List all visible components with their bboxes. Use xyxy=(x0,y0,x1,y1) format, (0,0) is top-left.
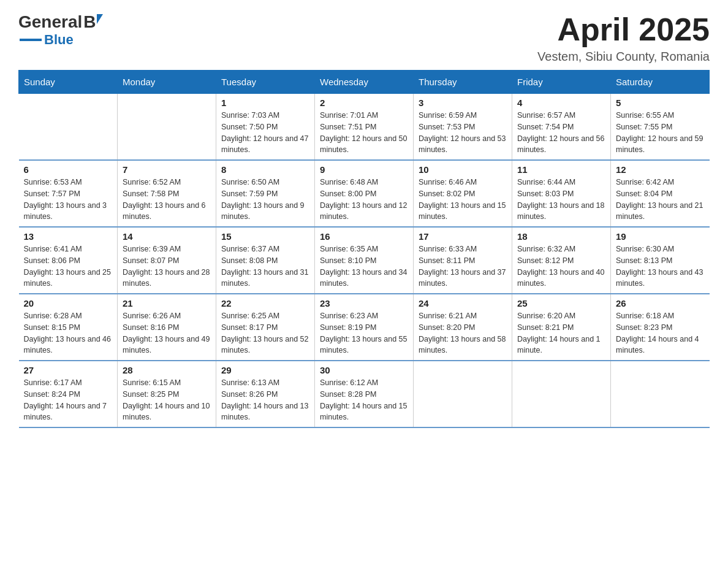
logo-line: Blue xyxy=(20,32,74,48)
day-number: 25 xyxy=(517,298,605,308)
calendar-week-1: 1Sunrise: 7:03 AMSunset: 7:50 PMDaylight… xyxy=(19,94,710,161)
calendar-cell: 3Sunrise: 6:59 AMSunset: 7:53 PMDaylight… xyxy=(414,94,512,161)
calendar-cell: 12Sunrise: 6:42 AMSunset: 8:04 PMDayligh… xyxy=(611,160,710,227)
day-number: 16 xyxy=(320,231,408,242)
calendar-cell: 7Sunrise: 6:52 AMSunset: 7:58 PMDaylight… xyxy=(118,160,216,227)
day-number: 4 xyxy=(517,98,605,108)
day-info: Sunrise: 6:32 AMSunset: 8:12 PMDaylight:… xyxy=(517,243,605,289)
day-info: Sunrise: 6:42 AMSunset: 8:04 PMDaylight:… xyxy=(616,177,705,223)
logo-blue-label: Blue xyxy=(44,32,74,48)
day-info: Sunrise: 6:18 AMSunset: 8:23 PMDaylight:… xyxy=(616,310,705,356)
calendar-table: SundayMondayTuesdayWednesdayThursdayFrid… xyxy=(18,70,710,428)
calendar-header: SundayMondayTuesdayWednesdayThursdayFrid… xyxy=(19,71,710,94)
calendar-cell: 6Sunrise: 6:53 AMSunset: 7:57 PMDaylight… xyxy=(19,160,118,227)
day-number: 7 xyxy=(123,164,211,175)
day-info: Sunrise: 6:39 AMSunset: 8:07 PMDaylight:… xyxy=(123,243,211,289)
logo-b: B xyxy=(83,12,96,32)
day-number: 11 xyxy=(517,164,605,175)
day-number: 10 xyxy=(419,164,507,175)
day-number: 23 xyxy=(320,298,408,308)
calendar-cell: 23Sunrise: 6:23 AMSunset: 8:19 PMDayligh… xyxy=(315,294,414,361)
day-number: 14 xyxy=(123,231,211,242)
calendar-cell: 24Sunrise: 6:21 AMSunset: 8:20 PMDayligh… xyxy=(414,294,512,361)
day-number: 24 xyxy=(419,298,507,308)
day-number: 20 xyxy=(24,298,113,308)
day-info: Sunrise: 6:25 AMSunset: 8:17 PMDaylight:… xyxy=(221,310,309,356)
day-number: 9 xyxy=(320,164,408,175)
day-info: Sunrise: 6:28 AMSunset: 8:15 PMDaylight:… xyxy=(24,310,113,356)
calendar-cell: 27Sunrise: 6:17 AMSunset: 8:24 PMDayligh… xyxy=(19,361,118,427)
day-header-sunday: Sunday xyxy=(19,71,118,94)
logo-general: General xyxy=(18,12,82,32)
day-header-friday: Friday xyxy=(512,71,611,94)
day-number: 6 xyxy=(24,164,113,175)
day-info: Sunrise: 6:37 AMSunset: 8:08 PMDaylight:… xyxy=(221,243,309,289)
day-info: Sunrise: 6:48 AMSunset: 8:00 PMDaylight:… xyxy=(320,177,408,223)
day-info: Sunrise: 6:17 AMSunset: 8:24 PMDaylight:… xyxy=(24,377,113,423)
day-number: 30 xyxy=(320,365,408,375)
logo: General B Blue xyxy=(18,12,103,48)
day-number: 8 xyxy=(221,164,309,175)
day-info: Sunrise: 6:21 AMSunset: 8:20 PMDaylight:… xyxy=(419,310,507,356)
calendar-cell: 15Sunrise: 6:37 AMSunset: 8:08 PMDayligh… xyxy=(216,227,315,294)
day-info: Sunrise: 6:59 AMSunset: 7:53 PMDaylight:… xyxy=(419,110,507,156)
day-number: 2 xyxy=(320,98,408,108)
calendar-week-2: 6Sunrise: 6:53 AMSunset: 7:57 PMDaylight… xyxy=(19,160,710,227)
day-number: 12 xyxy=(616,164,705,175)
day-info: Sunrise: 6:52 AMSunset: 7:58 PMDaylight:… xyxy=(123,177,211,223)
calendar-cell: 16Sunrise: 6:35 AMSunset: 8:10 PMDayligh… xyxy=(315,227,414,294)
calendar-cell: 20Sunrise: 6:28 AMSunset: 8:15 PMDayligh… xyxy=(19,294,118,361)
day-number: 1 xyxy=(221,98,309,108)
day-info: Sunrise: 6:57 AMSunset: 7:54 PMDaylight:… xyxy=(517,110,605,156)
calendar-week-4: 20Sunrise: 6:28 AMSunset: 8:15 PMDayligh… xyxy=(19,294,710,361)
calendar-cell: 19Sunrise: 6:30 AMSunset: 8:13 PMDayligh… xyxy=(611,227,710,294)
calendar-body: 1Sunrise: 7:03 AMSunset: 7:50 PMDaylight… xyxy=(19,94,710,428)
calendar-cell: 4Sunrise: 6:57 AMSunset: 7:54 PMDaylight… xyxy=(512,94,611,161)
day-number: 15 xyxy=(221,231,309,242)
day-number: 13 xyxy=(24,231,113,242)
day-info: Sunrise: 6:13 AMSunset: 8:26 PMDaylight:… xyxy=(221,377,309,423)
day-info: Sunrise: 6:35 AMSunset: 8:10 PMDaylight:… xyxy=(320,243,408,289)
day-info: Sunrise: 6:53 AMSunset: 7:57 PMDaylight:… xyxy=(24,177,113,223)
day-header-tuesday: Tuesday xyxy=(216,71,315,94)
calendar-cell: 5Sunrise: 6:55 AMSunset: 7:55 PMDaylight… xyxy=(611,94,710,161)
calendar-cell: 11Sunrise: 6:44 AMSunset: 8:03 PMDayligh… xyxy=(512,160,611,227)
day-info: Sunrise: 7:03 AMSunset: 7:50 PMDaylight:… xyxy=(221,110,309,156)
calendar-week-3: 13Sunrise: 6:41 AMSunset: 8:06 PMDayligh… xyxy=(19,227,710,294)
day-info: Sunrise: 6:41 AMSunset: 8:06 PMDaylight:… xyxy=(24,243,113,289)
calendar-cell xyxy=(512,361,611,427)
day-info: Sunrise: 6:50 AMSunset: 7:59 PMDaylight:… xyxy=(221,177,309,223)
calendar-cell: 18Sunrise: 6:32 AMSunset: 8:12 PMDayligh… xyxy=(512,227,611,294)
day-number: 5 xyxy=(616,98,705,108)
day-info: Sunrise: 6:44 AMSunset: 8:03 PMDaylight:… xyxy=(517,177,605,223)
day-number: 26 xyxy=(616,298,705,308)
day-info: Sunrise: 6:33 AMSunset: 8:11 PMDaylight:… xyxy=(419,243,507,289)
day-info: Sunrise: 6:26 AMSunset: 8:16 PMDaylight:… xyxy=(123,310,211,356)
calendar-cell xyxy=(611,361,710,427)
calendar-cell: 8Sunrise: 6:50 AMSunset: 7:59 PMDaylight… xyxy=(216,160,315,227)
calendar-cell: 1Sunrise: 7:03 AMSunset: 7:50 PMDaylight… xyxy=(216,94,315,161)
calendar-cell: 26Sunrise: 6:18 AMSunset: 8:23 PMDayligh… xyxy=(611,294,710,361)
day-info: Sunrise: 7:01 AMSunset: 7:51 PMDaylight:… xyxy=(320,110,408,156)
calendar-cell: 30Sunrise: 6:12 AMSunset: 8:28 PMDayligh… xyxy=(315,361,414,427)
location-subtitle: Vestem, Sibiu County, Romania xyxy=(537,50,710,64)
calendar-cell: 28Sunrise: 6:15 AMSunset: 8:25 PMDayligh… xyxy=(118,361,216,427)
day-info: Sunrise: 6:20 AMSunset: 8:21 PMDaylight:… xyxy=(517,310,605,356)
day-header-monday: Monday xyxy=(118,71,216,94)
calendar-cell: 25Sunrise: 6:20 AMSunset: 8:21 PMDayligh… xyxy=(512,294,611,361)
calendar-cell: 29Sunrise: 6:13 AMSunset: 8:26 PMDayligh… xyxy=(216,361,315,427)
calendar-cell: 10Sunrise: 6:46 AMSunset: 8:02 PMDayligh… xyxy=(414,160,512,227)
calendar-cell: 13Sunrise: 6:41 AMSunset: 8:06 PMDayligh… xyxy=(19,227,118,294)
day-number: 18 xyxy=(517,231,605,242)
day-info: Sunrise: 6:46 AMSunset: 8:02 PMDaylight:… xyxy=(419,177,507,223)
day-number: 22 xyxy=(221,298,309,308)
page-header: General B Blue April 2025 Vestem, Sibiu … xyxy=(18,12,710,64)
day-header-wednesday: Wednesday xyxy=(315,71,414,94)
day-info: Sunrise: 6:15 AMSunset: 8:25 PMDaylight:… xyxy=(123,377,211,423)
day-info: Sunrise: 6:55 AMSunset: 7:55 PMDaylight:… xyxy=(616,110,705,156)
calendar-cell: 22Sunrise: 6:25 AMSunset: 8:17 PMDayligh… xyxy=(216,294,315,361)
day-number: 19 xyxy=(616,231,705,242)
day-number: 21 xyxy=(123,298,211,308)
day-number: 29 xyxy=(221,365,309,375)
calendar-cell: 17Sunrise: 6:33 AMSunset: 8:11 PMDayligh… xyxy=(414,227,512,294)
